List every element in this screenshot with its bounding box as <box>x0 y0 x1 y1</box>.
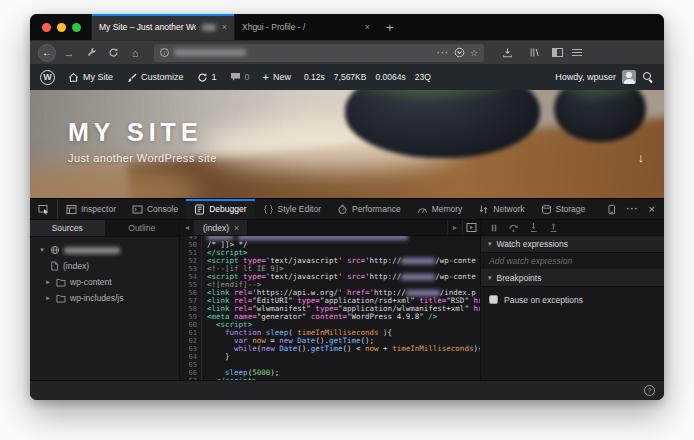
devtools-tab-label: Debugger <box>209 204 246 214</box>
close-window-button[interactable] <box>42 23 51 32</box>
stat-query-time: 0.0064s <box>375 72 405 82</box>
scroll-down-arrow[interactable]: ↓ <box>638 150 645 165</box>
gutter-line-number[interactable]: 65 <box>180 361 197 369</box>
address-bar[interactable]: i ··· ☆ <box>154 44 484 62</box>
wrench-icon[interactable] <box>82 45 100 61</box>
add-watch-expression-input[interactable]: Add watch expression <box>481 253 664 270</box>
gutter-line-number[interactable]: 63 <box>180 345 197 353</box>
tree-item-wp-includes[interactable]: ▸ wp-includes/js <box>30 290 179 306</box>
devtools-tab-console[interactable]: Console <box>124 199 186 219</box>
chevron-down-icon[interactable]: ▾ <box>38 246 46 254</box>
gutter-line-number[interactable]: 62 <box>180 337 197 345</box>
pause-icon[interactable] <box>489 223 499 233</box>
forward-button[interactable]: → <box>60 47 78 59</box>
devtools-tab-label: Network <box>493 204 524 214</box>
pocket-icon[interactable] <box>454 47 465 58</box>
devtools-tab-memory[interactable]: Memory <box>409 199 471 219</box>
devtools-tab-storage[interactable]: Storage <box>533 199 594 219</box>
avatar[interactable] <box>622 70 636 84</box>
page-actions-icon[interactable]: ··· <box>437 48 449 58</box>
gutter-line-number[interactable]: 59 <box>180 313 197 321</box>
window-controls <box>30 14 91 40</box>
tab-outline[interactable]: Outline <box>105 220 180 236</box>
gutter-line-number[interactable]: 58 <box>180 305 197 313</box>
watch-expressions-header[interactable]: ▾ Watch expressions <box>481 236 664 253</box>
tree-item-wp-content[interactable]: ▸ wp-content <box>30 274 179 290</box>
help-icon[interactable]: ? <box>644 385 655 396</box>
wp-comments-menu[interactable]: 0 <box>230 72 250 82</box>
devtools-tab-inspector[interactable]: Inspector <box>58 199 124 219</box>
gutter-line-number[interactable]: 55 <box>180 281 197 289</box>
bookmark-star-icon[interactable]: ☆ <box>470 48 478 58</box>
gutter-line-number[interactable]: 52 <box>180 257 197 265</box>
devtools-options-icon[interactable]: ··· <box>627 204 639 214</box>
wp-customize-menu[interactable]: Customize <box>126 72 184 83</box>
gutter-line-number[interactable]: 53 <box>180 265 197 273</box>
close-tab-icon[interactable]: × <box>222 22 227 32</box>
gutter-line-number[interactable]: 54 <box>180 273 197 281</box>
gutter-line-number[interactable]: 50 <box>180 241 197 249</box>
site-title[interactable]: MY SITE <box>68 118 203 147</box>
wp-performance-stats: 0.12s 7,567KB 0.0064s 23Q <box>304 72 431 82</box>
browser-tab-bar: My Site – Just another WordPress × Xhgui… <box>30 14 664 40</box>
pick-element-icon[interactable] <box>30 199 58 219</box>
step-over-icon[interactable] <box>508 222 519 233</box>
step-in-icon[interactable] <box>528 222 539 233</box>
menu-icon[interactable] <box>572 49 582 56</box>
wp-admin-bar: W My Site Customize 1 0 + New 0.12s 7,56… <box>30 64 664 90</box>
close-tab-icon[interactable]: × <box>234 223 239 233</box>
wp-howdy-label[interactable]: Howdy, wpuser <box>555 72 616 82</box>
minimize-window-button[interactable] <box>57 23 66 32</box>
gutter-line-number[interactable]: 64 <box>180 353 197 361</box>
devtools-tab-network[interactable]: Network <box>470 199 532 219</box>
chevron-right-icon[interactable]: ▸ <box>44 278 52 286</box>
gutter-line-number[interactable]: 66 <box>180 369 197 377</box>
home-icon[interactable]: ⌂ <box>126 47 144 59</box>
tree-domain-root[interactable]: ▾ <box>30 242 179 258</box>
scroll-tabs-left-icon[interactable]: ◂ <box>180 220 195 235</box>
devtools-tab-style-editor[interactable]: Style Editor <box>255 199 329 219</box>
tree-item-label: wp-includes/js <box>70 293 123 303</box>
gutter-line-number[interactable]: 56 <box>180 289 197 297</box>
reload-icon[interactable] <box>104 45 122 61</box>
gutter-line-number[interactable]: 51 <box>180 249 197 257</box>
toggle-panes-icon[interactable] <box>462 220 480 235</box>
browser-tab-xhgui[interactable]: Xhgui - Profile - / × <box>234 14 377 40</box>
step-out-icon[interactable] <box>548 222 559 233</box>
new-tab-button[interactable]: + <box>377 14 403 40</box>
sidebar-toggle-icon[interactable] <box>552 48 563 57</box>
downloads-icon[interactable] <box>498 45 516 61</box>
site-info-icon[interactable]: i <box>160 48 169 57</box>
pause-on-exceptions-checkbox[interactable] <box>489 295 498 304</box>
tab-title: Xhgui - Profile - / <box>242 22 359 32</box>
code-line: while(new Date().getTime() < now + timeI… <box>207 345 480 353</box>
editor-tab-index[interactable]: (index) × <box>195 220 248 235</box>
gutter-line-number[interactable]: 57 <box>180 297 197 305</box>
wp-updates-menu[interactable]: 1 <box>197 72 217 83</box>
tab-sources[interactable]: Sources <box>30 220 105 236</box>
browser-tab-my-site[interactable]: My Site – Just another WordPress × <box>91 14 234 40</box>
zoom-window-button[interactable] <box>72 23 81 32</box>
close-tab-icon[interactable]: × <box>365 22 370 32</box>
breakpoints-header[interactable]: ▾ Breakpoints <box>481 270 664 287</box>
devtools-tab-performance[interactable]: Performance <box>329 199 409 219</box>
gutter-line-number[interactable]: 61 <box>180 329 197 337</box>
network-icon <box>478 204 489 215</box>
chevron-right-icon[interactable]: ▸ <box>44 294 52 302</box>
code-lines: /* ]]> */</script><script type='text/jav… <box>202 236 480 380</box>
wordpress-logo-icon[interactable]: W <box>40 70 55 85</box>
search-icon[interactable] <box>642 71 654 83</box>
close-devtools-icon[interactable]: × <box>649 203 655 215</box>
stat-query-count: 23Q <box>415 72 431 82</box>
stat-memory: 7,567KB <box>334 72 367 82</box>
tree-item-index[interactable]: (index) <box>30 258 179 274</box>
scroll-tabs-right-icon[interactable]: ▸ <box>447 220 462 235</box>
library-icon[interactable] <box>525 45 543 61</box>
wp-new-menu[interactable]: + New <box>263 71 291 83</box>
devtools-tab-debugger[interactable]: Debugger <box>186 199 254 219</box>
wp-my-site-menu[interactable]: My Site <box>68 72 113 83</box>
gutter-line-number[interactable]: 60 <box>180 321 197 329</box>
responsive-design-icon[interactable] <box>606 204 617 215</box>
back-button[interactable]: ← <box>38 44 56 62</box>
code-area[interactable]: 49505152535455565758596061626364656667 /… <box>180 236 480 380</box>
